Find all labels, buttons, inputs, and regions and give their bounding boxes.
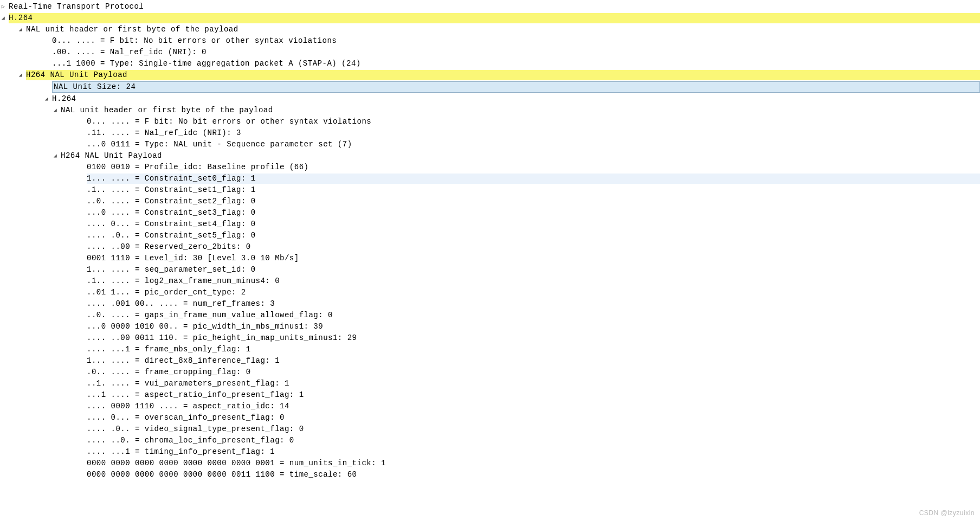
pic-width[interactable]: ...0 0000 1010 00.. = pic_width_in_mbs_m… (0, 321, 980, 332)
nal-payload[interactable]: ◢ H264 NAL Unit Payload (0, 69, 980, 81)
h264-label: H.264 (9, 13, 980, 23)
reserved-zero[interactable]: .... ..00 = Reserved_zero_2bits: 0 (0, 241, 980, 253)
inner-nri[interactable]: .11. .... = Nal_ref_idc (NRI): 3 (0, 127, 980, 139)
collapse-icon[interactable]: ◢ (52, 105, 59, 115)
constraint-set3[interactable]: ...0 .... = Constraint_set3_flag: 0 (0, 207, 980, 219)
time-scale[interactable]: 0000 0000 0000 0000 0000 0000 0011 1100 … (0, 469, 980, 480)
pic-order-cnt[interactable]: ..01 1... = pic_order_cnt_type: 2 (0, 287, 980, 298)
constraint-set1[interactable]: .1.. .... = Constraint_set1_flag: 1 (0, 184, 980, 196)
inner-h264[interactable]: ◢ H.264 (0, 93, 980, 105)
video-signal-type[interactable]: .... .0.. = video_signal_type_present_fl… (0, 423, 980, 435)
frame-cropping[interactable]: .0.. .... = frame_cropping_flag: 0 (0, 367, 980, 378)
nal-header[interactable]: ◢ NAL unit header or first byte of the p… (0, 24, 980, 35)
inner-nal-header[interactable]: ◢ NAL unit header or first byte of the p… (0, 105, 980, 116)
num-units-in-tick[interactable]: 0000 0000 0000 0000 0000 0000 0000 0001 … (0, 458, 980, 469)
aspect-ratio-info[interactable]: ...1 .... = aspect_ratio_info_present_fl… (0, 389, 980, 401)
num-ref-frames[interactable]: .... .001 00.. .... = num_ref_frames: 3 (0, 298, 980, 310)
type[interactable]: ...1 1000 = Type: Single-time aggregatio… (0, 58, 980, 69)
collapse-icon[interactable]: ◢ (52, 151, 59, 161)
collapse-icon[interactable]: ◢ (17, 70, 24, 80)
level-id[interactable]: 0001 1110 = Level_id: 30 [Level 3.0 10 M… (0, 253, 980, 264)
aspect-ratio-idc[interactable]: .... 0000 1110 .... = aspect_ratio_idc: … (0, 401, 980, 412)
inner-type[interactable]: ...0 0111 = Type: NAL unit - Sequence pa… (0, 139, 980, 150)
constraint-set5[interactable]: .... .0.. = Constraint_set5_flag: 0 (0, 230, 980, 241)
nal-payload-label: H264 NAL Unit Payload (26, 70, 980, 80)
profile-idc[interactable]: 0100 0010 = Profile_idc: Baseline profil… (0, 162, 980, 173)
inner-nal-payload[interactable]: ◢ H264 NAL Unit Payload (0, 150, 980, 162)
inner-f-bit[interactable]: 0... .... = F bit: No bit errors or othe… (0, 116, 980, 127)
rtp-label: Real-Time Transport Protocol (9, 2, 144, 12)
constraint-set2[interactable]: ..0. .... = Constraint_set2_flag: 0 (0, 196, 980, 207)
expand-icon[interactable]: ▷ (0, 2, 7, 12)
constraint-set0[interactable]: 1... .... = Constraint_set0_flag: 1 (0, 173, 980, 184)
nri[interactable]: .00. .... = Nal_ref_idc (NRI): 0 (0, 47, 980, 58)
sps-id[interactable]: 1... .... = seq_parameter_set_id: 0 (0, 264, 980, 275)
collapse-icon[interactable]: ◢ (17, 24, 24, 35)
frame-mbs-only[interactable]: .... ...1 = frame_mbs_only_flag: 1 (0, 344, 980, 355)
log2-max-frame[interactable]: .1.. .... = log2_max_frame_num_minus4: 0 (0, 275, 980, 287)
timing-info[interactable]: .... ...1 = timing_info_present_flag: 1 (0, 446, 980, 458)
pic-height[interactable]: .... ..00 0011 110. = pic_height_in_map_… (0, 332, 980, 344)
direct-8x8[interactable]: 1... .... = direct_8x8_inference_flag: 1 (0, 355, 980, 367)
f-bit[interactable]: 0... .... = F bit: No bit errors or othe… (0, 35, 980, 47)
chroma-loc-info[interactable]: .... ..0. = chroma_loc_info_present_flag… (0, 435, 980, 446)
nal-unit-size[interactable]: NAL Unit Size: 24 (0, 81, 980, 93)
rtp-node[interactable]: ▷ Real-Time Transport Protocol (0, 1, 980, 12)
nal-header-label: NAL unit header or first byte of the pay… (26, 24, 238, 35)
packet-details-tree[interactable]: ▷ Real-Time Transport Protocol ◢ H.264 ◢… (0, 0, 980, 482)
h264-node[interactable]: ◢ H.264 (0, 12, 980, 24)
overscan-info[interactable]: .... 0... = overscan_info_present_flag: … (0, 412, 980, 423)
collapse-icon[interactable]: ◢ (43, 94, 50, 104)
constraint-set4[interactable]: .... 0... = Constraint_set4_flag: 0 (0, 219, 980, 230)
gaps-in-frame-num[interactable]: ..0. .... = gaps_in_frame_num_value_allo… (0, 310, 980, 321)
collapse-icon[interactable]: ◢ (0, 13, 7, 23)
vui-present[interactable]: ..1. .... = vui_parameters_present_flag:… (0, 378, 980, 389)
